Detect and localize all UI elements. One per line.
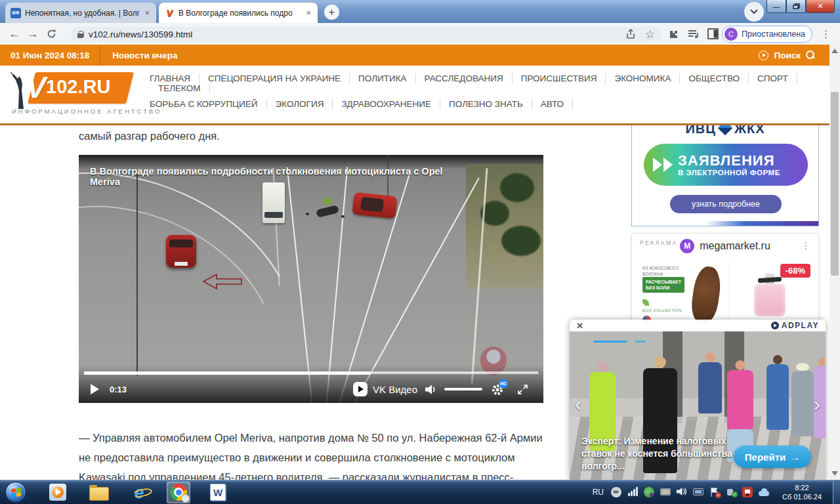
page-scrollbar[interactable] [830,45,840,480]
profile-button[interactable]: C Приостановлена [722,26,812,43]
fallen-rider [322,197,333,206]
video-player[interactable]: В Волгограде появились подробности столк… [79,155,543,403]
taskbar-chrome-active[interactable] [167,482,190,503]
nav-obshestvo[interactable]: ОБЩЕСТВО [680,74,749,83]
vk-video-link[interactable]: VK Видео [353,382,417,396]
taskbar-explorer[interactable] [87,482,110,503]
site-logo[interactable]: V 102.RU ИНФОРМАЦИОННОЕ АГЕНТСТВО [8,70,139,119]
taskbar-wmp[interactable] [46,482,70,503]
nav-rassledovaniya[interactable]: РАССЛЕДОВАНИЯ [416,74,513,83]
bookmark-star-icon[interactable]: ☆ [645,28,655,41]
nav-glavnaya[interactable]: ГЛАВНАЯ [150,74,200,83]
maximize-button[interactable] [786,0,806,13]
browser-tab-1[interactable]: ВФ Непонятная, но удобная. | Волго × [5,3,156,23]
scroll-down-arrow[interactable] [831,471,838,476]
nav-avto[interactable]: АВТО [532,99,573,109]
pedestrian [766,355,789,460]
megamarket-ad[interactable]: РЕКЛАМА M megamarket.ru ⋮ ИЗ КОКОСОВОГО … [631,233,819,331]
volume-control[interactable] [425,385,482,394]
address-bar[interactable]: v102.ru/news/130599.html ☆ [71,27,662,41]
nav-zdravoohranenie[interactable]: ЗДРАВООХРАНЕНИЕ [333,99,440,109]
popup-progress-dots [593,341,646,343]
nav-sport[interactable]: СПОРТ [749,74,797,83]
video-progress-bar[interactable] [84,371,538,374]
settings-gear[interactable]: HD [491,383,505,396]
video-time: 0:13 [110,385,127,394]
taskbar-clock[interactable]: 8:22 Сб 01.06.24 [774,483,830,502]
new-tab-button[interactable]: + [324,5,339,20]
popup-go-button[interactable]: Перейти→ [734,446,811,468]
show-desktop-button[interactable] [833,480,840,504]
vk-video-icon [353,382,368,396]
play-button[interactable] [91,384,99,394]
nav-specoperaciya[interactable]: СПЕЦОПЕРАЦИЯ НА УКРАИНЕ [200,74,350,83]
nav-korrupciya[interactable]: БОРЬБА С КОРРУПЦИЕЙ [150,99,267,109]
tree [500,173,534,202]
refresh-button[interactable] [42,29,60,39]
white-truck [262,182,285,223]
extensions-puzzle-icon[interactable] [668,29,679,39]
zhkh-more-button[interactable]: узнать подробнее [670,195,782,213]
tray-signal-icon[interactable] [627,487,638,497]
tray-cloud-icon[interactable] [759,487,769,497]
vk-video-label: VK Видео [373,384,417,395]
nav-ekologiya[interactable]: ЭКОЛОГИЯ [267,99,333,109]
taskbar-ie[interactable]: e [127,482,151,503]
browser-tab-2-active[interactable]: V В Волгограде появились подро × [159,3,318,23]
url-text: v102.ru/news/130599.html [89,30,625,39]
browser-menu-icon[interactable]: ⋮ [821,28,831,40]
taskbar-word[interactable]: W [206,482,230,503]
megamarket-brand: M megamarket.ru [632,239,818,253]
minimize-button[interactable]: — [766,0,786,13]
play-circle-icon [759,51,768,60]
popup-next-arrow[interactable]: › [814,393,820,415]
tray-network-icon[interactable] [644,487,654,497]
tab2-close-icon[interactable]: × [304,8,312,18]
site-header: V 102.RU ИНФОРМАЦИОННОЕ АГЕНТСТВО ГЛАВНА… [0,66,830,123]
header-divider [0,123,830,125]
tray-volume-icon[interactable] [677,487,687,497]
megamarket-logo-icon: M [680,239,694,253]
forward-button[interactable]: → [24,28,42,41]
speaker-icon [425,385,438,394]
share-icon[interactable] [625,29,636,39]
close-button[interactable]: ✕ [806,0,835,13]
language-indicator[interactable]: RU [593,488,604,497]
tab-search-button[interactable] [744,2,764,22]
nav-polezno-znat[interactable]: ПОЛЕЗНО ЗНАТЬ [440,99,532,109]
adplay-brand[interactable]: ADPLAY [771,321,819,330]
tray-swirl-icon[interactable] [611,487,621,497]
scroll-up-arrow[interactable] [831,49,838,53]
lock-icon [77,31,83,38]
tray-action-center-flag-icon[interactable]: × [709,487,720,497]
tray-display-icon[interactable] [660,487,671,497]
nav-politika[interactable]: ПОЛИТИКА [350,74,415,83]
nav-telekom[interactable]: ТЕЛЕКОМ [150,83,210,93]
site-search[interactable]: Поиск [759,51,815,60]
scroll-thumb[interactable] [831,92,839,276]
yesterday-news-link[interactable]: Новости вчера [100,51,189,60]
fullscreen-icon [517,384,528,395]
zhkh-gradient-banner: ЗАЯВЛЕНИЯ В ЭЛЕКТРОННОЙ ФОРМЕ [644,144,808,186]
megamarket-name: megamarket.ru [700,240,770,252]
start-button[interactable] [5,482,26,503]
nav-proisshestviya[interactable]: ПРОИСШЕСТВИЯ [513,74,606,83]
side-panel-icon[interactable] [707,28,719,39]
popup-prev-arrow[interactable]: ‹ [575,393,581,415]
popup-close-icon[interactable]: ✕ [576,321,583,331]
media-controls-icon[interactable] [688,29,699,39]
adplay-popup[interactable]: ✕ ADPLAY [570,320,826,480]
volume-slider[interactable] [444,388,482,390]
fullscreen-button[interactable] [517,384,528,395]
product-brush[interactable]: ИЗ КОКОСОВОГО ВОЛОКНА РАСЧЕСЫВАЕТ БЕЗ БО… [637,260,729,327]
tray-power-plug-icon[interactable] [742,487,753,497]
tray-network-monitor-icon[interactable] [693,487,704,497]
tray-usb-icon[interactable]: ✓ [726,487,736,497]
product-perfume[interactable]: -68% [732,260,814,327]
tab1-close-icon[interactable]: × [143,8,151,18]
perfume-bow [758,277,782,283]
ad-options-icon[interactable]: ⋮ [801,240,810,251]
back-button[interactable]: ← [5,28,24,41]
green-badge: РАСЧЕСЫВАЕТ БЕЗ БОЛИ [642,277,684,293]
nav-ekonomika[interactable]: ЭКОНОМИКА [606,74,680,83]
